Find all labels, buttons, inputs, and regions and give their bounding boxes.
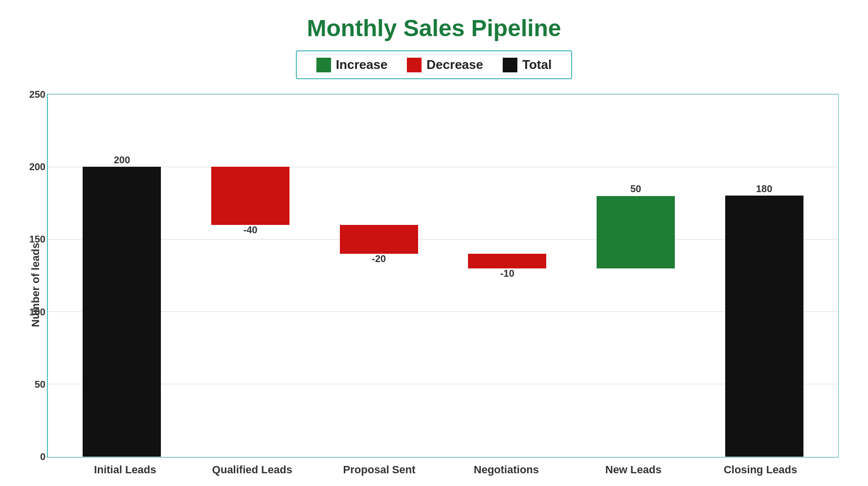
x-label-0: Initial Leads xyxy=(62,464,189,476)
bar-value-label-4: 50 xyxy=(597,183,675,195)
bar-rect-2 xyxy=(340,225,418,254)
y-tick-label: 100 xyxy=(21,306,45,317)
bar-group-1: -40 xyxy=(186,94,315,457)
x-label-3: Negotiations xyxy=(443,464,570,476)
legend-label-increase: Increase xyxy=(336,57,388,72)
y-tick-label: 0 xyxy=(21,451,45,463)
bar-value-label-2: -20 xyxy=(340,253,418,265)
bar-rect-4 xyxy=(597,196,675,268)
bar-value-label-1: -40 xyxy=(211,224,289,236)
legend-item-total: Total xyxy=(503,57,552,72)
legend-box-increase xyxy=(316,58,331,72)
x-label-1: Qualified Leads xyxy=(189,464,316,476)
y-tick-label: 50 xyxy=(21,378,45,390)
bars-container: 200-40-20-1050180 xyxy=(48,94,838,457)
bar-group-0: 200 xyxy=(58,94,186,457)
x-label-5: Closing Leads xyxy=(697,464,824,476)
legend-box-total xyxy=(503,58,517,72)
bar-rect-3 xyxy=(468,254,546,268)
y-tick-label: 250 xyxy=(21,89,45,100)
bar-value-label-3: -10 xyxy=(468,268,546,279)
legend-item-increase: Increase xyxy=(316,57,388,72)
chart-inner: 050100150200250200-40-20-1050180 Initial… xyxy=(47,94,839,476)
legend-box-decrease xyxy=(407,58,422,72)
y-tick-label: 150 xyxy=(21,234,45,245)
bar-rect-5 xyxy=(725,196,803,457)
bar-group-5: 180 xyxy=(700,94,828,457)
chart-title: Monthly Sales Pipeline xyxy=(307,15,561,42)
bar-value-label-0: 200 xyxy=(83,155,161,166)
legend: Increase Decrease Total xyxy=(296,50,572,79)
bar-group-4: 50 xyxy=(572,94,700,457)
y-axis-label: Number of leads xyxy=(29,94,42,476)
bar-value-label-5: 180 xyxy=(725,183,803,195)
legend-item-decrease: Decrease xyxy=(407,57,483,72)
bar-rect-0 xyxy=(83,167,161,457)
bar-rect-1 xyxy=(211,167,289,225)
legend-label-decrease: Decrease xyxy=(426,57,483,72)
x-label-2: Proposal Sent xyxy=(316,464,443,476)
legend-label-total: Total xyxy=(522,57,552,72)
plot-area: 050100150200250200-40-20-1050180 xyxy=(47,94,839,458)
bar-group-2: -20 xyxy=(314,94,443,457)
x-labels: Initial LeadsQualified LeadsProposal Sen… xyxy=(47,458,839,476)
chart-area: Number of leads 050100150200250200-40-20… xyxy=(29,94,839,476)
x-label-4: New Leads xyxy=(570,464,697,476)
y-tick-label: 200 xyxy=(21,161,45,173)
bar-group-3: -10 xyxy=(443,94,572,457)
